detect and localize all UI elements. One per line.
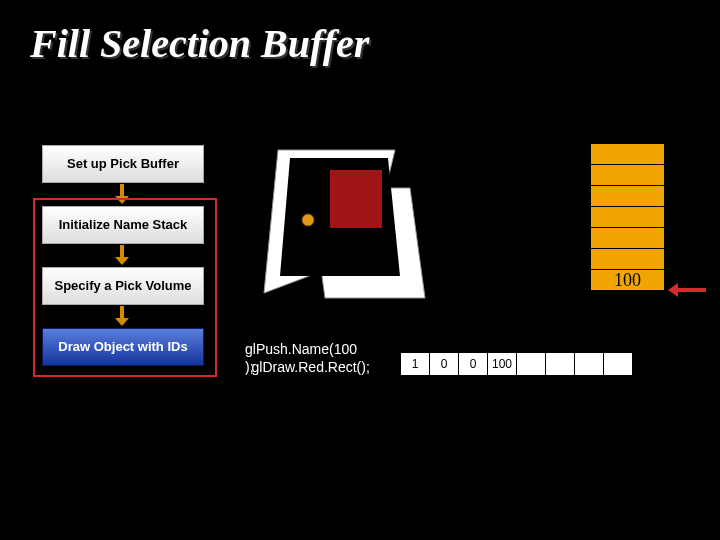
step-setup-pick-buffer: Set up Pick Buffer <box>42 145 204 183</box>
stack-cell-filled: 100 <box>590 269 665 291</box>
buffer-cell: 1 <box>400 352 430 376</box>
stack-cell <box>590 164 665 186</box>
stack-cell <box>590 185 665 207</box>
buffer-cell: 0 <box>429 352 459 376</box>
svg-rect-3 <box>330 170 382 228</box>
stack-cell <box>590 206 665 228</box>
slide-title: Fill Selection Buffer <box>30 20 369 67</box>
name-stack: 100 <box>590 143 665 291</box>
stack-cell <box>590 248 665 270</box>
stack-cell <box>590 227 665 249</box>
code-snippet: glPush.Name(100 );glDraw.Red.Rect(); <box>245 340 370 376</box>
highlight-box <box>33 198 217 377</box>
buffer-cell <box>603 352 633 376</box>
code-line: glPush.Name(100 <box>245 340 370 358</box>
buffer-cell <box>574 352 604 376</box>
arrow-left-icon <box>668 283 706 297</box>
pick-volume-scene <box>260 148 460 308</box>
buffer-cell: 0 <box>458 352 488 376</box>
buffer-cell <box>545 352 575 376</box>
buffer-cell: 100 <box>487 352 517 376</box>
svg-point-4 <box>302 214 314 226</box>
buffer-cell <box>516 352 546 376</box>
code-line: );glDraw.Red.Rect(); <box>245 358 370 376</box>
selection-buffer: 1 0 0 100 <box>400 352 633 376</box>
stack-cell <box>590 143 665 165</box>
